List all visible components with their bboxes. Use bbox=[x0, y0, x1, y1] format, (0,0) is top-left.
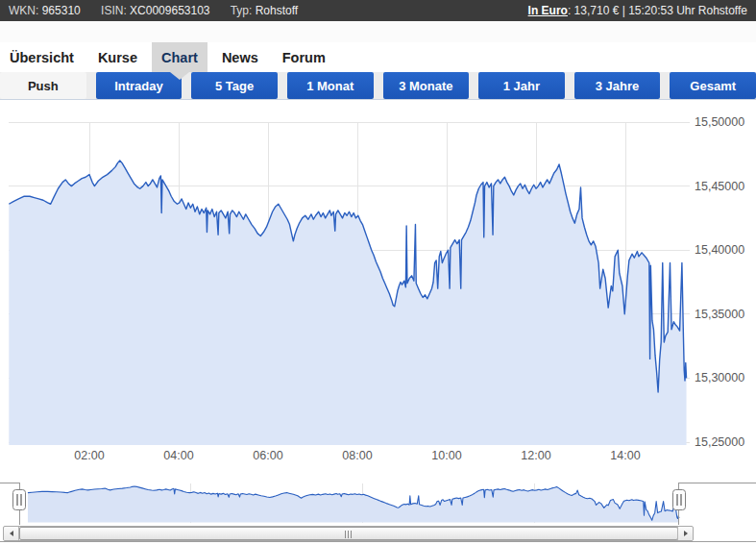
isin-label: ISIN: bbox=[101, 4, 127, 17]
quote-summary: In Euro: 13,710 € | 15:20:53 Uhr Rohstof… bbox=[528, 4, 747, 17]
y-axis-label: 15,35000 bbox=[695, 308, 744, 321]
1-jahr-button[interactable]: 1 Jahr bbox=[478, 72, 565, 99]
in-euro-link[interactable]: In Euro bbox=[528, 4, 568, 17]
arrow-left-icon bbox=[10, 531, 13, 536]
spacer-strip bbox=[0, 21, 756, 42]
wkn-value: 965310 bbox=[42, 4, 81, 17]
y-axis-label: 15,25000 bbox=[695, 435, 744, 449]
top-info-bar: WKN: 965310 ISIN: XC0009653103 Typ: Rohs… bbox=[0, 0, 756, 21]
y-axis-label: 15,40000 bbox=[695, 243, 744, 257]
x-axis-label: 06:00 bbox=[253, 449, 282, 462]
y-axis-label: 15,50000 bbox=[695, 115, 744, 129]
5-tage-button[interactable]: 5 Tage bbox=[191, 72, 278, 99]
navigator-area-fill bbox=[28, 486, 679, 523]
y-axis-label: 15,30000 bbox=[695, 371, 744, 384]
x-axis-label: 14:00 bbox=[610, 449, 640, 462]
scrollbar-thumb[interactable] bbox=[19, 527, 678, 540]
3-monate-button[interactable]: 3 Monate bbox=[383, 72, 470, 99]
tab-forum[interactable]: Forum bbox=[273, 42, 335, 72]
gesamt-button[interactable]: Gesamt bbox=[670, 72, 756, 99]
price-area-fill bbox=[9, 161, 686, 445]
intraday-price-chart[interactable]: 15,5000015,4500015,4000015,3500015,30000… bbox=[0, 100, 756, 475]
wkn-label: WKN: bbox=[9, 4, 38, 17]
x-axis-label: 08:00 bbox=[342, 449, 372, 462]
navigator-right-bracket bbox=[679, 483, 756, 526]
price-value: 13,710 € bbox=[574, 4, 620, 17]
typ-label: Typ: bbox=[231, 4, 253, 17]
tab-kurse[interactable]: Kurse bbox=[88, 42, 147, 72]
handle-body bbox=[673, 490, 686, 510]
scroll-left-button[interactable] bbox=[4, 527, 19, 540]
1-monat-button[interactable]: 1 Monat bbox=[287, 72, 374, 99]
chart-period-buttons: Push Intraday 5 Tage 1 Monat 3 Monate 1 … bbox=[0, 72, 756, 99]
y-axis-label: 15,45000 bbox=[695, 180, 744, 193]
active-tab-notch-icon bbox=[170, 72, 189, 80]
pipe-separator: | bbox=[619, 4, 628, 17]
isin-pair: ISIN: XC0009653103 bbox=[101, 4, 209, 17]
arrow-right-icon bbox=[684, 531, 688, 536]
chart-navigator[interactable]: 04:0008:0012:00 bbox=[0, 481, 756, 526]
3-jahre-button[interactable]: 3 Jahre bbox=[574, 72, 661, 99]
tab-news[interactable]: News bbox=[212, 42, 268, 72]
page-bottom-border bbox=[0, 541, 756, 542]
tab-chart[interactable]: Chart bbox=[152, 42, 207, 72]
navigator-right-handle[interactable] bbox=[673, 490, 686, 510]
colon-separator: : bbox=[568, 4, 574, 17]
main-nav-tabs: Übersicht Kurse Chart News Forum bbox=[0, 42, 756, 72]
quote-time: 15:20:53 Uhr Rohstoffe bbox=[628, 4, 747, 17]
x-axis-label: 12:00 bbox=[521, 449, 550, 462]
typ-value: Rohstoff bbox=[256, 4, 298, 17]
isin-value: XC0009653103 bbox=[130, 4, 209, 17]
wkn-pair: WKN: 965310 bbox=[9, 4, 81, 17]
scroll-right-button[interactable] bbox=[677, 527, 693, 540]
intraday-button[interactable]: Intraday bbox=[96, 72, 183, 99]
tab-uebersicht[interactable]: Übersicht bbox=[0, 42, 84, 72]
push-button[interactable]: Push bbox=[0, 72, 86, 99]
x-axis-label: 10:00 bbox=[431, 449, 461, 462]
x-axis-label: 02:00 bbox=[74, 449, 104, 462]
handle-body bbox=[13, 490, 26, 510]
instrument-identifiers: WKN: 965310 ISIN: XC0009653103 Typ: Rohs… bbox=[9, 4, 315, 17]
typ-pair: Typ: Rohstoff bbox=[231, 4, 299, 17]
chart-scrollbar[interactable] bbox=[3, 526, 694, 541]
x-axis-label: 04:00 bbox=[163, 449, 193, 462]
grip-lines-icon bbox=[345, 531, 353, 538]
navigator-left-handle[interactable] bbox=[13, 490, 26, 510]
